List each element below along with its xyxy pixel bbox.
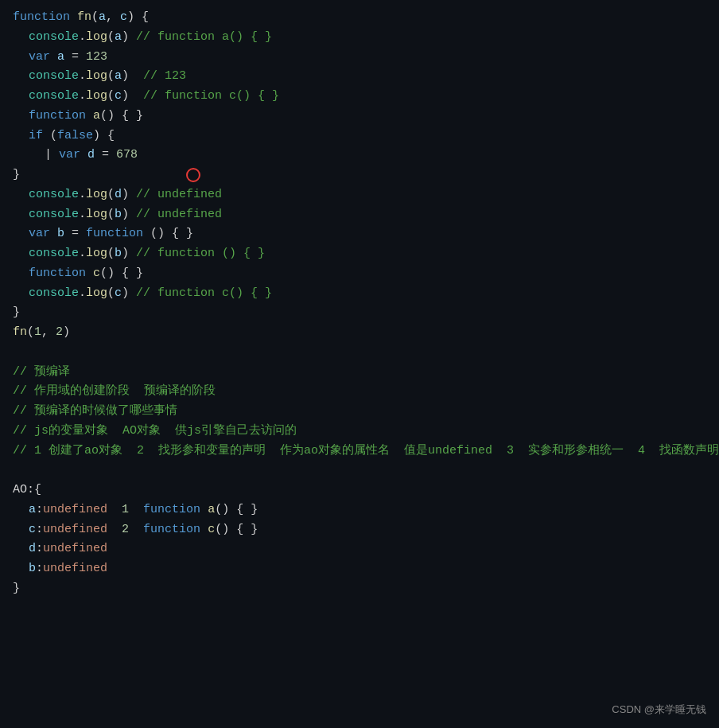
code-line-9: } <box>13 165 706 185</box>
code-line-8: | var d = 678 <box>13 146 706 165</box>
code-line-10: console.log(d) // undefined <box>13 185 706 205</box>
code-line-23: // 1 创建了ao对象 2 找形参和变量的声明 作为ao对象的属性名 值是un… <box>13 442 706 461</box>
cursor-indicator <box>186 168 200 182</box>
code-line-26: a:undefined 1 function a() { } <box>13 500 706 520</box>
code-line-18 <box>13 343 706 363</box>
code-line-29: b:undefined <box>13 559 706 579</box>
code-line-7: if (false) { <box>13 127 706 146</box>
code-line-27: c:undefined 2 function c() { } <box>13 520 706 540</box>
code-line-11: console.log(b) // undefined <box>13 205 706 225</box>
code-line-24 <box>13 461 706 481</box>
code-line-12: var b = function () { } <box>13 224 706 244</box>
code-line-20: // 作用域的创建阶段 预编译的阶段 <box>13 382 706 402</box>
code-line-2: console.log(a) // function a() { } <box>13 28 706 48</box>
code-line-1: function fn(a, c) { <box>13 8 706 28</box>
code-line-25: AO:{ <box>13 481 706 500</box>
code-line-13: console.log(b) // function () { } <box>13 244 706 264</box>
code-line-30: } <box>13 579 706 599</box>
code-line-6: function a() { } <box>13 107 706 127</box>
code-editor: function fn(a, c) { console.log(a) // fu… <box>0 0 719 728</box>
watermark: CSDN @来学睡无钱 <box>612 702 706 718</box>
code-line-22: // js的变量对象 AO对象 供js引擎自己去访问的 <box>13 422 706 442</box>
code-line-28: d:undefined <box>13 539 706 559</box>
code-line-17: fn(1, 2) <box>13 323 706 343</box>
code-content: function fn(a, c) { console.log(a) // fu… <box>13 8 706 599</box>
code-line-5: console.log(c) // function c() { } <box>13 87 706 107</box>
code-line-14: function c() { } <box>13 264 706 284</box>
code-line-16: } <box>13 303 706 323</box>
code-line-21: // 预编译的时候做了哪些事情 <box>13 402 706 422</box>
code-line-3: var a = 123 <box>13 48 706 68</box>
code-line-19: // 预编译 <box>13 363 706 383</box>
code-line-4: console.log(a) // 123 <box>13 67 706 87</box>
code-line-15: console.log(c) // function c() { } <box>13 284 706 304</box>
